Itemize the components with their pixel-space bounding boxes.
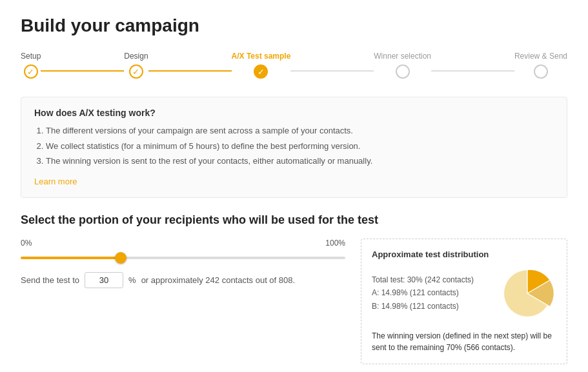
info-box-title: How does A/X testing work?	[34, 108, 554, 118]
step-ax-circle: ✓	[254, 64, 268, 79]
slider-labels: 0% 100%	[21, 239, 345, 248]
left-panel: 0% 100% Send the test to % or approximat…	[21, 239, 345, 288]
content-row: 0% 100% Send the test to % or approximat…	[21, 239, 567, 364]
step-setup: Setup ✓	[21, 52, 41, 79]
slider-max-label: 100%	[325, 239, 345, 248]
send-test-unit: %	[128, 275, 136, 285]
step-design-label: Design	[124, 52, 148, 61]
info-item-3: The winning version is sent to the rest …	[46, 155, 554, 168]
step-winner-label: Winner selection	[374, 52, 431, 61]
step-setup-circle: ✓	[24, 64, 38, 79]
step-design-check: ✓	[132, 68, 139, 76]
section-title: Select the portion of your recipients wh…	[21, 213, 567, 227]
send-test-desc: or approximately 242 contacts out of 808…	[141, 275, 295, 285]
distribution-box: Approximate test distribution Total test…	[361, 239, 567, 364]
slider-container	[21, 250, 345, 262]
learn-more-link[interactable]: Learn more	[34, 177, 77, 186]
info-item-2: We collect statistics (for a minimum of …	[46, 140, 554, 153]
step-setup-check: ✓	[27, 68, 34, 76]
step-ax-label: A/X Test sample	[232, 52, 291, 61]
send-test-row: Send the test to % or approximately 242 …	[21, 272, 345, 288]
pie-chart	[498, 264, 556, 322]
step-review: Review & Send	[514, 52, 567, 79]
line-2	[148, 70, 232, 72]
send-test-label: Send the test to	[21, 275, 79, 285]
distribution-info: Total test: 30% (242 contacts) A: 14.98%…	[372, 273, 474, 313]
line-1	[41, 70, 124, 72]
line-4	[431, 70, 514, 72]
step-ax-test: A/X Test sample ✓	[232, 52, 291, 79]
info-box: How does A/X testing work? The different…	[21, 97, 567, 198]
winning-note: The winning version (defined in the next…	[372, 330, 556, 353]
line-3	[290, 70, 374, 72]
step-design: Design ✓	[124, 52, 148, 79]
step-ax-check: ✓	[258, 68, 265, 76]
progress-bar: Setup ✓ Design ✓ A/X Test sample ✓ Winne…	[21, 52, 567, 79]
step-review-circle	[534, 64, 548, 79]
dist-b: B: 14.98% (121 contacts)	[372, 300, 474, 313]
step-design-circle: ✓	[129, 64, 143, 79]
info-list: The different versions of your campaign …	[34, 124, 554, 168]
distribution-title: Approximate test distribution	[372, 250, 556, 259]
step-review-label: Review & Send	[514, 52, 567, 61]
portion-slider[interactable]	[21, 257, 345, 259]
slider-min-label: 0%	[21, 239, 32, 248]
info-item-1: The different versions of your campaign …	[46, 124, 554, 137]
step-winner-circle	[396, 64, 410, 79]
step-winner: Winner selection	[374, 52, 431, 79]
page-title: Build your campaign	[21, 15, 567, 36]
step-setup-label: Setup	[21, 52, 41, 61]
dist-content: Total test: 30% (242 contacts) A: 14.98%…	[372, 264, 556, 322]
dist-a: A: 14.98% (121 contacts)	[372, 286, 474, 299]
dist-total: Total test: 30% (242 contacts)	[372, 273, 474, 286]
send-test-input[interactable]	[85, 272, 123, 288]
